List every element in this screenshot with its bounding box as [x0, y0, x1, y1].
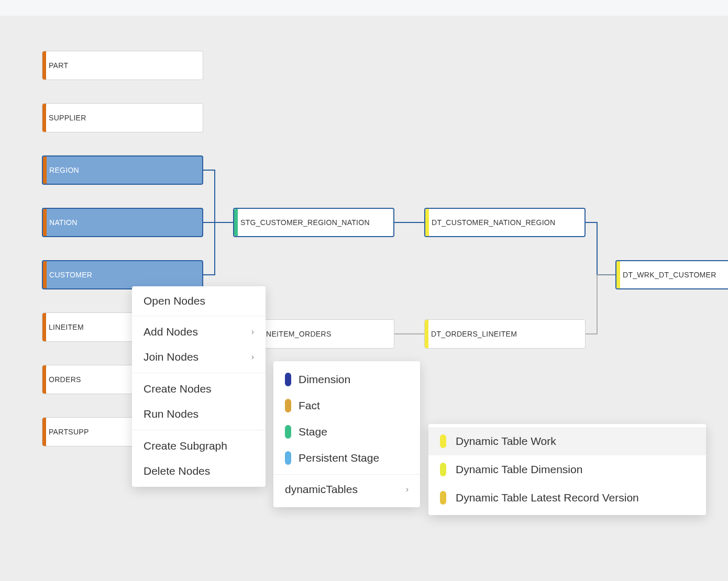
node-label: PART: [49, 61, 68, 70]
menu-label: Join Nodes: [144, 351, 198, 363]
submenu-dt-work[interactable]: Dynamic Table Work: [428, 427, 706, 455]
node-accent: [425, 320, 428, 348]
node-accent: [42, 365, 46, 394]
diagram-canvas[interactable]: PART SUPPLIER REGION NATION CUSTOMER LIN…: [0, 16, 728, 581]
submenu-persistent-stage[interactable]: Persistent Stage: [273, 445, 420, 471]
node-accent: [43, 157, 47, 184]
node-stg-customer-region-nation[interactable]: STG_CUSTOMER_REGION_NATION: [233, 208, 394, 237]
menu-add-nodes[interactable]: Add Nodes ›: [132, 319, 266, 344]
node-accent: [616, 261, 620, 288]
menu-join-nodes[interactable]: Join Nodes ›: [132, 344, 266, 370]
node-region[interactable]: REGION: [42, 155, 203, 185]
node-label: DT_WRK_DT_CUSTOMER: [623, 271, 716, 279]
node-accent: [42, 51, 46, 80]
node-nation[interactable]: NATION: [42, 208, 203, 237]
menu-create-nodes[interactable]: Create Nodes: [132, 376, 266, 401]
submenu-dynamic-tables[interactable]: dynamicTables ›: [273, 474, 420, 502]
node-label: DT_CUSTOMER_NATION_REGION: [432, 218, 555, 227]
menu-run-nodes[interactable]: Run Nodes: [132, 401, 266, 427]
node-part[interactable]: PART: [42, 51, 203, 80]
menu-label: Delete Nodes: [144, 465, 210, 477]
submenu-node-types: Dimension Fact Stage Persistent Stage dy…: [273, 361, 420, 507]
menu-label: Create Subgraph: [144, 440, 227, 452]
node-accent: [43, 209, 47, 236]
node-label: LINEITEM: [49, 323, 84, 331]
node-dt-orders-lineitem[interactable]: DT_ORDERS_LINEITEM: [424, 319, 586, 349]
chevron-right-icon: ›: [406, 485, 409, 494]
node-label: REGION: [49, 166, 79, 174]
chevron-right-icon: ›: [251, 352, 254, 362]
chevron-right-icon: ›: [251, 327, 254, 337]
context-menu: Open Nodes Add Nodes › Join Nodes › Crea…: [132, 286, 266, 487]
swatch-icon: [285, 425, 291, 439]
menu-open-nodes[interactable]: Open Nodes: [132, 286, 266, 316]
menu-label: Create Nodes: [144, 383, 212, 395]
node-label: DT_ORDERS_LINEITEM: [431, 330, 517, 338]
submenu-label: dynamicTables: [285, 483, 358, 496]
submenu-fact[interactable]: Fact: [273, 393, 420, 419]
node-customer[interactable]: CUSTOMER: [42, 260, 203, 289]
swatch-icon: [440, 434, 446, 448]
node-accent: [42, 104, 46, 132]
node-accent: [42, 418, 46, 446]
submenu-dt-dimension[interactable]: Dynamic Table Dimension: [428, 455, 706, 484]
node-accent: [42, 313, 46, 341]
node-label: SUPPLIER: [49, 114, 86, 122]
menu-label: Add Nodes: [144, 326, 198, 338]
top-bar: [0, 0, 728, 16]
submenu-dynamic-tables-list: Dynamic Table Work Dynamic Table Dimensi…: [428, 424, 706, 515]
submenu-label: Persistent Stage: [299, 452, 379, 464]
submenu-label: Dimension: [299, 373, 350, 386]
node-dt-customer-nation-region[interactable]: DT_CUSTOMER_NATION_REGION: [424, 208, 586, 237]
submenu-label: Dynamic Table Latest Record Version: [456, 491, 639, 504]
swatch-icon: [285, 373, 291, 386]
swatch-icon: [440, 463, 446, 476]
submenu-label: Dynamic Table Dimension: [456, 463, 582, 476]
node-label: PARTSUPP: [49, 428, 89, 436]
submenu-dt-latest[interactable]: Dynamic Table Latest Record Version: [428, 484, 706, 512]
menu-delete-nodes[interactable]: Delete Nodes: [132, 459, 266, 484]
menu-create-subgraph[interactable]: Create Subgraph: [132, 433, 266, 459]
swatch-icon: [440, 491, 446, 505]
node-accent: [43, 261, 47, 288]
node-label: STG_CUSTOMER_REGION_NATION: [240, 218, 370, 227]
node-dt-wrk-dt-customer[interactable]: DT_WRK_DT_CUSTOMER: [615, 260, 728, 289]
node-supplier[interactable]: SUPPLIER: [42, 103, 203, 132]
node-label: ORDERS: [49, 375, 81, 384]
node-label: CUSTOMER: [49, 271, 92, 279]
submenu-label: Stage: [299, 426, 327, 438]
swatch-icon: [285, 451, 291, 465]
node-label: NATION: [49, 218, 78, 227]
swatch-icon: [285, 399, 291, 412]
node-accent: [425, 209, 429, 236]
submenu-dimension[interactable]: Dimension: [273, 366, 420, 393]
submenu-stage[interactable]: Stage: [273, 419, 420, 445]
menu-label: Run Nodes: [144, 408, 198, 420]
node-accent: [234, 209, 238, 236]
submenu-label: Dynamic Table Work: [456, 435, 556, 448]
submenu-label: Fact: [299, 399, 320, 412]
menu-label: Open Nodes: [144, 295, 205, 307]
